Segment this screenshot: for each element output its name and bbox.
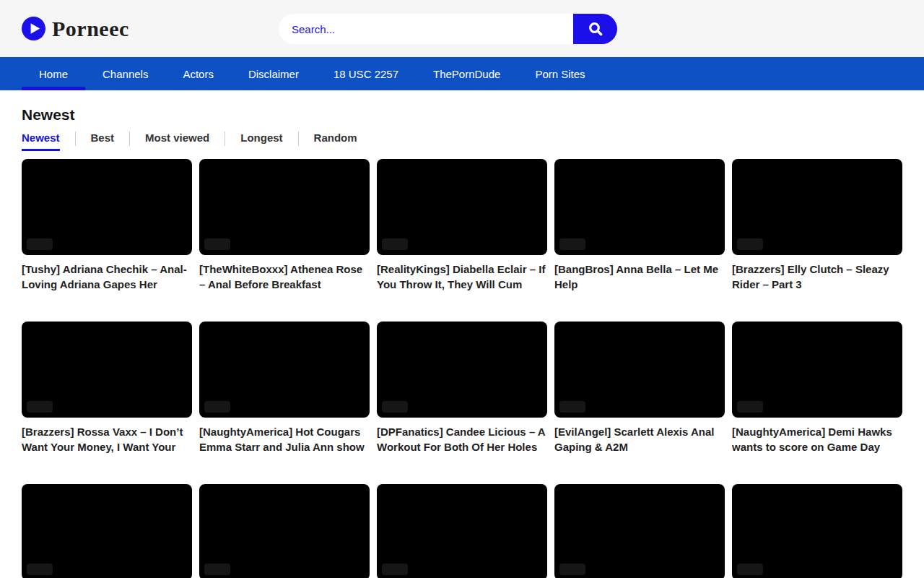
video-thumbnail[interactable] (732, 484, 902, 578)
tab-best[interactable]: Best (91, 131, 115, 151)
video-card[interactable]: [BangBros] Anna Bella – Let Me Help (554, 159, 725, 292)
duration-badge (737, 238, 763, 250)
video-thumbnail[interactable] (22, 484, 192, 578)
video-thumbnail[interactable] (199, 159, 370, 255)
search-input[interactable] (279, 14, 573, 44)
video-card[interactable]: [Brazzers] Elly Clutch – Sleazy Rider – … (732, 159, 902, 292)
video-thumbnail[interactable] (732, 322, 902, 418)
video-thumbnail[interactable] (199, 484, 370, 578)
video-thumbnail[interactable] (199, 322, 370, 418)
video-card[interactable] (732, 484, 902, 578)
duration-badge (204, 238, 230, 250)
video-thumbnail[interactable] (554, 322, 725, 418)
site-header: Porneec (0, 0, 924, 57)
duration-badge (737, 401, 763, 413)
brand-logo[interactable]: Porneec (22, 17, 129, 41)
duration-badge (737, 564, 763, 575)
search-icon (588, 21, 603, 37)
tab-most-viewed[interactable]: Most viewed (145, 131, 209, 151)
video-grid: [Tushy] Adriana Chechik – Anal-Loving Ad… (22, 159, 902, 578)
video-title[interactable]: [Brazzers] Rossa Vaxx – I Don’t Want You… (22, 424, 192, 454)
duration-badge (559, 401, 585, 413)
nav-item-home[interactable]: Home (22, 57, 85, 90)
video-thumbnail[interactable] (377, 484, 547, 578)
sort-tabs: Newest Best Most viewed Longest Random (22, 131, 902, 151)
tab-longest[interactable]: Longest (240, 131, 282, 151)
video-card[interactable]: [Tushy] Adriana Chechik – Anal-Loving Ad… (22, 159, 192, 292)
video-title[interactable]: [DPFanatics] Candee Licious – A Workout … (377, 424, 547, 454)
tab-random[interactable]: Random (314, 131, 357, 151)
main-nav: Home Channels Actors Disclaimer 18 USC 2… (0, 57, 924, 90)
nav-item-channels[interactable]: Channels (85, 57, 165, 90)
tab-divider (75, 131, 76, 146)
video-title[interactable]: [BangBros] Anna Bella – Let Me Help (554, 262, 725, 292)
video-card[interactable] (554, 484, 725, 578)
video-thumbnail[interactable] (732, 159, 902, 255)
video-card[interactable]: [TheWhiteBoxxx] Athenea Rose – Anal Befo… (199, 159, 370, 292)
video-card[interactable]: [RealityKings] Diabella Eclair – If You … (377, 159, 547, 292)
video-title[interactable]: [Brazzers] Elly Clutch – Sleazy Rider – … (732, 262, 902, 292)
tab-newest[interactable]: Newest (22, 131, 60, 151)
video-thumbnail[interactable] (377, 322, 547, 418)
video-title[interactable]: [NaughtyAmerica] Demi Hawks wants to sco… (732, 424, 902, 454)
duration-badge (559, 564, 585, 575)
video-title[interactable]: [TheWhiteBoxxx] Athenea Rose – Anal Befo… (199, 262, 370, 292)
duration-badge (382, 401, 408, 413)
video-title[interactable]: [Tushy] Adriana Chechik – Anal-Loving Ad… (22, 262, 192, 292)
duration-badge (559, 238, 585, 250)
video-card[interactable]: [NaughtyAmerica] Demi Hawks wants to sco… (732, 322, 902, 454)
nav-item-disclaimer[interactable]: Disclaimer (231, 57, 316, 90)
duration-badge (382, 238, 408, 250)
brand-name: Porneec (52, 17, 129, 41)
tab-divider (298, 131, 299, 146)
video-title[interactable]: [EvilAngel] Scarlett Alexis Anal Gaping … (554, 424, 725, 454)
video-card[interactable] (199, 484, 370, 578)
search-bar (279, 14, 617, 44)
nav-item-porn-sites[interactable]: Porn Sites (518, 57, 602, 90)
video-thumbnail[interactable] (554, 484, 725, 578)
duration-badge (27, 401, 53, 413)
duration-badge (204, 401, 230, 413)
video-thumbnail[interactable] (22, 322, 192, 418)
video-card[interactable]: [NaughtyAmerica] Hot Cougars Emma Starr … (199, 322, 370, 454)
video-thumbnail[interactable] (22, 159, 192, 255)
video-thumbnail[interactable] (554, 159, 725, 255)
duration-badge (27, 238, 53, 250)
video-title[interactable]: [NaughtyAmerica] Hot Cougars Emma Starr … (199, 424, 370, 454)
duration-badge (382, 564, 408, 575)
page-title: Newest (22, 106, 902, 124)
play-icon (22, 17, 45, 40)
nav-item-actors[interactable]: Actors (165, 57, 231, 90)
tab-divider (129, 131, 130, 146)
main-content: Newest Newest Best Most viewed Longest R… (0, 106, 924, 578)
nav-item-theporndude[interactable]: ThePornDude (416, 57, 518, 90)
duration-badge (204, 564, 230, 575)
nav-item-18-usc-2257[interactable]: 18 USC 2257 (316, 57, 416, 90)
video-card[interactable]: [DPFanatics] Candee Licious – A Workout … (377, 322, 547, 454)
video-thumbnail[interactable] (377, 159, 547, 255)
video-card[interactable] (22, 484, 192, 578)
video-card[interactable] (377, 484, 547, 578)
video-card[interactable]: [EvilAngel] Scarlett Alexis Anal Gaping … (554, 322, 725, 454)
video-title[interactable]: [RealityKings] Diabella Eclair – If You … (377, 262, 547, 292)
tab-divider (225, 131, 225, 146)
search-button[interactable] (573, 14, 617, 44)
video-card[interactable]: [Brazzers] Rossa Vaxx – I Don’t Want You… (22, 322, 192, 454)
duration-badge (27, 564, 53, 575)
